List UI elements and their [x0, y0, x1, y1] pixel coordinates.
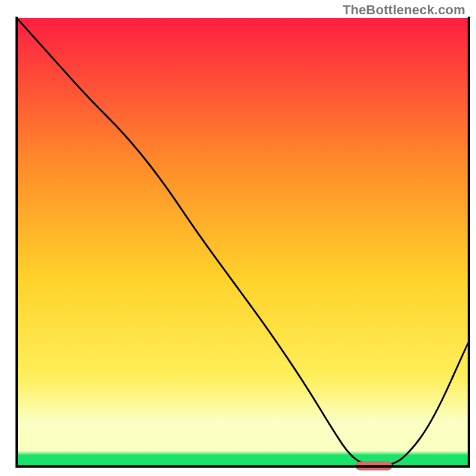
gradient-background	[17, 18, 469, 466]
chart-stage: TheBottleneck.com	[0, 0, 476, 476]
bottleneck-chart	[0, 0, 476, 476]
